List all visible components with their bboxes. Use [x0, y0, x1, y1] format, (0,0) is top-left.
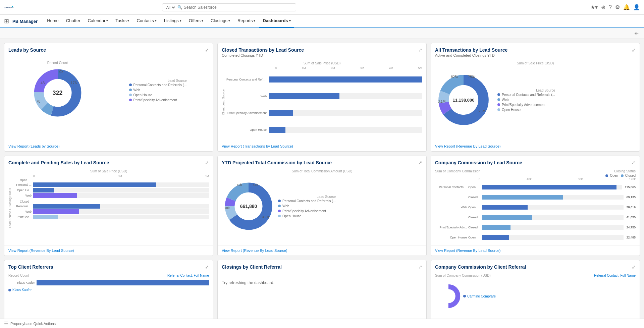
expand-icon[interactable]: ⤢: [418, 160, 422, 165]
nav-calendar[interactable]: Calendar▾: [84, 14, 111, 28]
svg-text:18k: 18k: [224, 206, 230, 210]
group-label-closed: Closed: [13, 200, 209, 203]
card-ytd-commission: YTD Projected Total Commission by Lead S…: [217, 156, 427, 256]
comm-value: 24,750: [626, 226, 636, 229]
expand-icon[interactable]: ⤢: [205, 47, 209, 53]
bar-outer: 1,542,000: [33, 209, 209, 214]
svg-point-1: [12, 6, 13, 7]
card-body: Sum of Sale Price (USD) Client Lead Sour…: [218, 59, 426, 141]
add-icon[interactable]: ⊕: [601, 4, 605, 10]
card-body: Sum of Company Commission Closing Status…: [431, 167, 640, 245]
legend-title: Referral Contact: Full Name: [167, 274, 209, 277]
legend-item: Personal Contacts and Referrals (...: [497, 93, 555, 97]
expand-icon[interactable]: ⤢: [632, 264, 636, 270]
view-report-link[interactable]: View Report (Revenue By Lead Source): [222, 249, 287, 253]
bar-fill: [33, 193, 77, 198]
bar-row: Personal ... 4,193,000: [13, 182, 209, 187]
bar-label: Open Ho...: [13, 188, 32, 192]
bar-label: Web: [226, 95, 267, 98]
legend-label: Web: [502, 98, 508, 102]
expand-icon[interactable]: ⤢: [632, 160, 636, 165]
commission-bar-row: Open House Open 22,485: [435, 235, 636, 240]
expand-icon[interactable]: ⤢: [205, 264, 209, 270]
axis-label: Sum of Company Commission (USD): [435, 274, 491, 277]
axis-label: Sum of Total Commission Amount (USD): [222, 169, 422, 173]
legend-dot: [497, 103, 500, 106]
favorites-icon[interactable]: ★▾: [590, 4, 598, 10]
legend-dot: [278, 215, 281, 217]
bar-outer: 4,193,000: [33, 182, 209, 187]
bar-label: Web: [13, 194, 32, 197]
bar-label: Personal ...: [13, 205, 32, 208]
logo-svg: propertybase: [4, 4, 13, 11]
bar-outer: 584,000: [269, 127, 422, 133]
expand-icon[interactable]: ⤢: [418, 47, 422, 53]
view-report-link[interactable]: View Report (Revenue By Lead Source): [435, 249, 500, 253]
axis-label: Sum of Sale Price (USD): [435, 61, 636, 65]
nav-home[interactable]: Home: [44, 14, 62, 28]
donut-label: 661,880: [240, 204, 257, 209]
nav-chatter[interactable]: Chatter: [63, 14, 84, 28]
legend-dot: [463, 295, 466, 297]
nav-contacts[interactable]: Contacts▾: [133, 14, 160, 28]
partial-header: Record Count Referral Contact: Full Name: [8, 274, 209, 277]
nav-reports[interactable]: Reports▾: [234, 14, 259, 28]
dashboard: Leads by Source ⤢ Record Count: [0, 39, 644, 328]
legend-dot: [497, 98, 500, 101]
comm-value: 22,485: [626, 236, 636, 239]
top-nav-right: ★▾ ⊕ ? ⚙ 🔔 👤: [590, 4, 640, 10]
card-subtitle: Completed Closings YTD: [222, 53, 304, 57]
view-report-link[interactable]: View Report (Revenue By Lead Source): [8, 249, 74, 253]
bar-chart: Personal Contacts and Referrals (S... 5,…: [226, 71, 422, 138]
commission-bar-chart: Personal Contacts ... Open 115,865 Close…: [435, 182, 636, 242]
search-scope[interactable]: All: [165, 5, 176, 10]
help-icon[interactable]: ?: [609, 4, 612, 10]
expand-icon[interactable]: ⤢: [205, 160, 209, 165]
search-bar[interactable]: All 🔍: [162, 3, 296, 11]
svg-text:176: 176: [70, 81, 77, 85]
commission-bar-row: Closed 41,850: [435, 215, 636, 220]
card-title: Leads by Source: [8, 47, 46, 53]
nav-tasks[interactable]: Tasks▾: [112, 14, 132, 28]
card-body: Record Count 176 25 43 78: [4, 54, 213, 141]
view-report-link[interactable]: View Report (Revenue By Lead Source): [435, 144, 500, 148]
bar-outer: 1,524,000: [33, 193, 209, 198]
card-footer: View Report (Revenue By Lead Source): [218, 245, 426, 256]
nav-closings[interactable]: Closings▾: [207, 14, 233, 28]
comm-bar-outer: [482, 205, 624, 210]
card-footer: View Report (Revenue By Lead Source): [431, 141, 640, 151]
expand-icon[interactable]: ⤢: [418, 264, 422, 270]
comm-source: Personal Contacts ...: [435, 185, 467, 189]
notifications-icon[interactable]: 🔔: [623, 4, 630, 10]
axis-label: Sum of Sale Price (USD): [8, 169, 209, 173]
view-report-link[interactable]: View Report (Leads by Source): [8, 144, 60, 148]
settings-icon[interactable]: ⚙: [615, 4, 620, 10]
comm-source: Web: [435, 206, 467, 209]
expand-icon[interactable]: ⤢: [632, 47, 636, 53]
axis-label: Sum of Company Commission: [435, 169, 480, 173]
comm-bar-fill: [482, 205, 528, 210]
legend-label: Web: [133, 88, 140, 92]
nav-listings[interactable]: Listings▾: [161, 14, 185, 28]
app-launcher-icon[interactable]: ⊞: [4, 17, 9, 25]
axis-ticks: 040k80k120k: [435, 177, 636, 181]
card-header: Closings by Client Referral ⤢: [218, 260, 426, 271]
search-input[interactable]: [184, 5, 293, 10]
commission-bar-row: Personal Contacts ... Open 115,865: [435, 185, 636, 189]
card-subtitle: Active and Completed Closings YTD: [435, 53, 507, 57]
bar-value: 5,039,500: [426, 77, 427, 80]
y-axis-label: Client Lead Source: [222, 66, 225, 138]
bar-outer: 2,304,500: [33, 204, 209, 209]
donut-axis-label: Record Count: [31, 61, 85, 65]
svg-text:6.5M: 6.5M: [478, 109, 486, 113]
card-leads-by-source: Leads by Source ⤢ Record Count: [4, 43, 213, 152]
avatar[interactable]: 👤: [633, 4, 640, 10]
edit-icon[interactable]: ✏: [635, 31, 639, 36]
legend-item: Web: [129, 88, 187, 92]
nav-dashboards[interactable]: Dashboards▾: [259, 14, 294, 28]
svg-text:383k: 383k: [262, 215, 269, 219]
nav-offers[interactable]: Offers▾: [185, 14, 207, 28]
view-report-link[interactable]: View Report (Transactions by Lead Source…: [222, 144, 293, 148]
legend-item: Open House: [278, 214, 336, 218]
svg-text:825k: 825k: [451, 75, 459, 79]
